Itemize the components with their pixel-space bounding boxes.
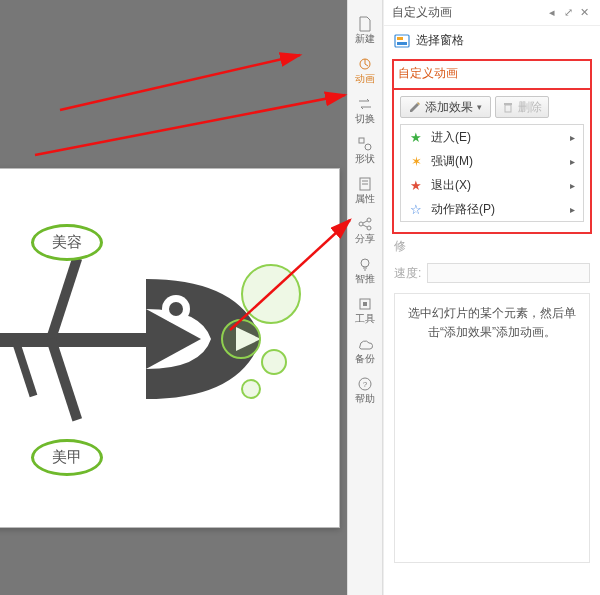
prop-icon [357,176,373,192]
section-title: 自定义动画 [392,59,592,88]
sidebar-item-label: 动画 [355,74,375,84]
add-effect-label: 添加效果 [425,99,473,116]
slide[interactable]: 美容 美甲 [0,168,340,528]
chevron-right-icon: ▸ [570,132,575,143]
svg-rect-27 [505,105,511,112]
animation-panel: 自定义动画 ◂ ⤢ ✕ 选择窗格 自定义动画 添加效果 ▾ 删除 [383,0,600,595]
menu-item-enter[interactable]: ★ 进入(E) ▸ [401,125,583,149]
svg-rect-21 [363,302,367,306]
hint-box: 选中幻灯片的某个元素，然后单击“添加效果”添加动画。 [394,293,590,563]
menu-item-emphasis[interactable]: ✶ 强调(M) ▸ [401,149,583,173]
sidebar-item-label: 帮助 [355,394,375,404]
canvas-area[interactable]: 美容 美甲 [0,0,347,595]
chevron-right-icon: ▸ [570,180,575,191]
svg-rect-0 [0,333,151,347]
panel-expand-icon[interactable]: ⤢ [560,6,576,19]
svg-point-2 [169,302,183,316]
select-pane-label: 选择窗格 [416,32,464,49]
sidebar-item-help[interactable]: ?帮助 [348,372,382,410]
share-icon [357,216,373,232]
menu-item-label: 退出(X) [431,177,471,194]
sidebar-item-anim[interactable]: 动画 [348,52,382,90]
vertical-sidebar: 新建动画切换形状属性分享智推工具备份?帮助 [347,0,383,595]
shape-icon [357,136,373,152]
sidebar-item-label: 新建 [355,34,375,44]
svg-rect-7 [359,138,364,143]
caret-down-icon: ▾ [477,102,482,112]
star-icon: ✶ [409,154,423,169]
chevron-right-icon: ▸ [570,156,575,167]
delete-label: 删除 [518,99,542,116]
sidebar-item-label: 分享 [355,234,375,244]
bubble-decor [241,264,301,324]
svg-text:?: ? [363,380,368,389]
modify-label: 修 [394,238,406,255]
sidebar-item-tool[interactable]: 工具 [348,292,382,330]
add-effect-button[interactable]: 添加效果 ▾ [400,96,491,118]
svg-point-17 [361,259,369,267]
star-icon: ★ [409,130,423,145]
sidebar-item-label: 备份 [355,354,375,364]
pencil-icon [409,101,421,113]
sidebar-item-file[interactable]: 新建 [348,12,382,50]
menu-item-label: 动作路径(P) [431,201,495,218]
svg-rect-28 [504,103,512,105]
bubble-decor [261,349,287,375]
select-pane-icon [394,33,410,49]
panel-header: 自定义动画 ◂ ⤢ ✕ [384,0,600,26]
svg-line-15 [363,221,367,223]
sidebar-item-share[interactable]: 分享 [348,212,382,250]
sidebar-item-shape[interactable]: 形状 [348,132,382,170]
file-icon [357,16,373,32]
panel-close-icon[interactable]: ✕ [576,6,592,19]
sidebar-item-prop[interactable]: 属性 [348,172,382,210]
sidebar-item-label: 属性 [355,194,375,204]
sidebar-item-bulb[interactable]: 智推 [348,252,382,290]
sidebar-item-swap[interactable]: 切换 [348,92,382,130]
star-icon: ★ [409,178,423,193]
sidebar-item-label: 切换 [355,114,375,124]
backup-icon [357,336,373,352]
svg-point-14 [367,226,371,230]
delete-effect-button[interactable]: 删除 [495,96,549,118]
fishbone-diagram[interactable]: 美容 美甲 [0,199,261,459]
speed-row: 速度: [384,259,600,287]
menu-item-label: 进入(E) [431,129,471,146]
swap-icon [357,96,373,112]
sidebar-item-label: 形状 [355,154,375,164]
menu-item-label: 强调(M) [431,153,473,170]
node-label-b[interactable]: 美甲 [31,439,103,476]
star-icon: ☆ [409,202,423,217]
svg-rect-3 [46,257,82,341]
panel-title: 自定义动画 [392,4,452,21]
svg-rect-24 [395,35,409,47]
svg-rect-26 [397,42,407,45]
hint-text: 选中幻灯片的某个元素，然后单击“添加效果”添加动画。 [408,306,576,339]
effect-controls-box: 添加效果 ▾ 删除 ★ 进入(E) ▸ ✶ 强调(M) ▸ [392,88,592,234]
tool-icon [357,296,373,312]
svg-point-12 [359,222,363,226]
svg-line-16 [363,225,367,227]
bubble-decor [221,319,261,359]
panel-prev-icon[interactable]: ◂ [544,6,560,19]
menu-item-motion-path[interactable]: ☆ 动作路径(P) ▸ [401,197,583,221]
svg-point-8 [365,144,371,150]
trash-icon [502,101,514,113]
sidebar-item-label: 智推 [355,274,375,284]
svg-point-13 [367,218,371,222]
sidebar-item-label: 工具 [355,314,375,324]
select-pane-link[interactable]: 选择窗格 [384,26,600,55]
menu-item-exit[interactable]: ★ 退出(X) ▸ [401,173,583,197]
anim-icon [357,56,373,72]
node-label-a[interactable]: 美容 [31,224,103,261]
sidebar-item-backup[interactable]: 备份 [348,332,382,370]
effect-type-menu: ★ 进入(E) ▸ ✶ 强调(M) ▸ ★ 退出(X) ▸ ☆ 动作路径(P) [400,124,584,222]
chevron-right-icon: ▸ [570,204,575,215]
speed-label: 速度: [394,265,421,282]
speed-select[interactable] [427,263,590,283]
bubble-decor [241,379,261,399]
bulb-icon [357,256,373,272]
help-icon: ? [357,376,373,392]
svg-rect-4 [46,337,82,421]
modify-row: 修 [384,234,600,259]
